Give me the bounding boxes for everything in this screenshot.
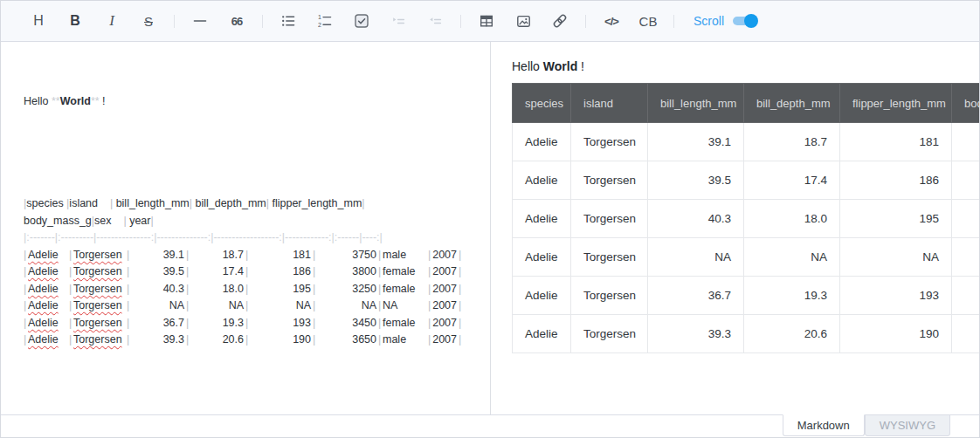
- md-cell-value: 2007: [432, 249, 457, 261]
- md-cell-value: 40.3: [163, 283, 184, 295]
- md-table-row: |Adelie|Torgersen|39.1|18.7|181|3750|mal…: [24, 247, 481, 264]
- tab-wysiwyg[interactable]: WYSIWYG: [865, 414, 950, 436]
- preview-table-cell: 3750: [952, 123, 980, 161]
- md-pipe: |: [459, 281, 462, 298]
- md-cell-value: 20.6: [223, 333, 244, 346]
- column-header-island: island: [571, 84, 648, 123]
- preview-table-cell: 20.6: [744, 315, 840, 353]
- code-button[interactable]: </>: [597, 7, 625, 35]
- markdown-pane[interactable]: Hello **World** ! |species |island | bil…: [1, 42, 491, 414]
- scroll-sync-label: Scroll: [694, 14, 724, 28]
- md-table-cell: 193: [249, 315, 313, 332]
- misspelled-word: Adelie: [28, 333, 59, 346]
- md-table-cell: NA: [190, 298, 245, 315]
- preview-table-cell: Torgersen: [571, 123, 648, 161]
- preview-table-row: AdelieTorgersen36.719.31933450female2007: [513, 277, 980, 315]
- preview-table-cell: Torgersen: [571, 315, 648, 353]
- preview-table-cell: 19.3: [744, 277, 840, 315]
- md-cell-value: male: [383, 333, 406, 346]
- md-table-cell: NA: [130, 298, 186, 315]
- md-table-cell: 3250: [316, 281, 378, 298]
- preview-hello-bold: World: [543, 59, 577, 73]
- tab-markdown[interactable]: Markdown: [783, 414, 865, 436]
- ordered-list-button[interactable]: 12: [311, 7, 339, 35]
- preview-table-cell: Adelie: [513, 238, 571, 277]
- bold-button[interactable]: B: [61, 7, 89, 35]
- preview-table-cell: Torgersen: [571, 277, 648, 315]
- preview-table-cell: NA: [744, 238, 840, 277]
- strike-button[interactable]: S: [135, 7, 162, 35]
- svg-text:1: 1: [318, 14, 321, 20]
- wysiwyg-preview-pane: Hello World ! speciesislandbill_length_m…: [491, 42, 979, 414]
- bullet-list-button[interactable]: [274, 7, 302, 35]
- md-cell-value: 36.7: [163, 317, 184, 329]
- heading-button[interactable]: H: [24, 7, 52, 35]
- md-cell-value: 2007: [432, 299, 457, 311]
- codeblock-button[interactable]: CB: [634, 7, 662, 35]
- preview-table-header-row: speciesislandbill_length_mmbill_depth_mm…: [513, 84, 980, 123]
- md-table-cell: Torgersen: [72, 263, 127, 281]
- scroll-sync-toggle[interactable]: [733, 17, 756, 25]
- md-table-row: |Adelie|Torgersen|40.3|18.0|195|3250|fem…: [24, 281, 481, 298]
- md-table-cell: Torgersen: [72, 332, 127, 349]
- scroll-sync: Scroll: [694, 14, 756, 28]
- preview-table-cell: 17.4: [744, 161, 840, 200]
- bold-delimiter-close: **: [91, 95, 100, 107]
- md-cell-value: 39.1: [163, 249, 184, 261]
- mode-switch-bar: Markdown WYSIWYG: [1, 414, 979, 437]
- preview-table-cell: 39.1: [648, 123, 744, 161]
- preview-table-cell: 39.3: [648, 315, 744, 353]
- task-list-button[interactable]: [348, 7, 376, 35]
- toolbar-divider: [460, 15, 461, 28]
- italic-button[interactable]: I: [98, 7, 126, 35]
- misspelled-word: Torgersen: [73, 283, 122, 295]
- md-table-cell: Torgersen: [72, 315, 127, 332]
- md-table-cell: 195: [249, 281, 313, 298]
- image-button[interactable]: [509, 7, 537, 35]
- misspelled-word: Torgersen: [73, 299, 122, 311]
- md-table-row: |Adelie|Torgersen|39.5|17.4|186|3800|fem…: [24, 263, 481, 281]
- table-button[interactable]: [473, 7, 500, 35]
- md-table-cell: 3750: [316, 247, 378, 264]
- preview-table-cell: 195: [840, 200, 952, 238]
- md-table-cell: Adelie: [27, 281, 69, 298]
- md-table-header-line-1: |species |island | bill_length_mm| bill_…: [24, 195, 481, 213]
- preview-table-row: AdelieTorgersenNANANANANA2007: [513, 238, 980, 277]
- md-table-cell: 3650: [316, 332, 378, 349]
- preview-table-cell: Torgersen: [571, 200, 648, 238]
- toolbar-buttons: HBIS6612</>CB: [20, 7, 681, 35]
- link-button[interactable]: [546, 7, 574, 35]
- md-table-cell: Torgersen: [72, 298, 127, 315]
- md-pipe: |: [459, 332, 462, 349]
- md-pipe: |: [362, 197, 364, 209]
- md-table-cell: 20.6: [190, 332, 245, 349]
- md-table-cell: NA: [249, 298, 313, 315]
- preview-table-cell: 3650: [952, 315, 980, 353]
- preview-table-cell: Adelie: [513, 123, 571, 161]
- md-table-separator-line: |:-------|:---------|---------------:|--…: [24, 229, 481, 247]
- md-table-cell: NA: [316, 298, 378, 315]
- markdown-hello-line: Hello **World** !: [24, 93, 481, 111]
- md-table-cell: Adelie: [27, 247, 69, 264]
- md-table-cell: 3450: [316, 315, 378, 332]
- misspelled-word: Torgersen: [73, 265, 122, 277]
- preview-table-cell: 40.3: [648, 200, 744, 238]
- md-table-header-line-2: body_mass_g|sex | year|: [24, 213, 481, 230]
- preview-hello-tail: !: [577, 59, 584, 73]
- md-pipe: |: [459, 247, 462, 264]
- preview-table-cell: 3800: [952, 161, 980, 200]
- bold-delimiter-open: **: [52, 95, 60, 107]
- hello-text: Hello: [24, 95, 52, 107]
- preview-table-cell: 3250: [952, 200, 980, 238]
- md-pipe: |: [92, 215, 94, 227]
- md-table-cell: 2007: [431, 298, 459, 315]
- quote-button[interactable]: 66: [223, 7, 251, 35]
- misspelled-word: Torgersen: [73, 333, 122, 346]
- preview-table-cell: 36.7: [648, 277, 744, 315]
- horizontal-rule-button[interactable]: [186, 7, 214, 35]
- md-pipe: |: [150, 215, 153, 227]
- md-table-cell: 39.5: [130, 263, 186, 281]
- md-cell-value: female: [383, 265, 416, 277]
- md-cell-value: 3800: [352, 265, 376, 277]
- misspelled-word: Adelie: [28, 317, 59, 329]
